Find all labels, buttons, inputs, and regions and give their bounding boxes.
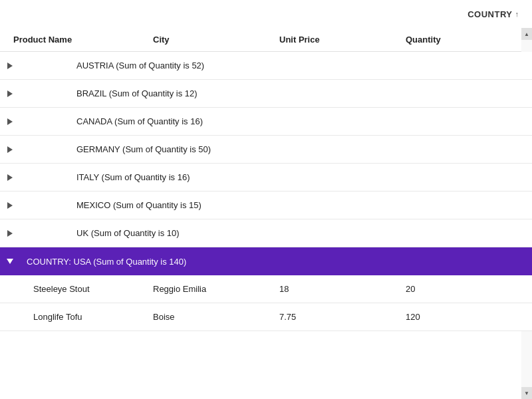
group-label-brazil: BRAZIL (Sum of Quantity is 12) (20, 88, 198, 98)
country-header: COUNTRY ↑ (0, 0, 532, 28)
group-label-germany: GERMANY (Sum of Quantity is 50) (20, 144, 211, 154)
detail-quantity-longlife: 120 (406, 312, 532, 322)
scroll-up-button[interactable]: ▲ (521, 28, 532, 40)
main-container: ▲ ▼ COUNTRY ↑ Product Name City Unit Pri… (0, 0, 532, 399)
group-label-usa: COUNTRY: USA (Sum of Quantity is 140) (20, 257, 186, 267)
expand-icon-usa (0, 259, 20, 264)
expand-icon-italy (0, 174, 20, 181)
group-label-uk: UK (Sum of Quantity is 10) (20, 228, 180, 238)
group-row-usa[interactable]: COUNTRY: USA (Sum of Quantity is 140) (0, 247, 532, 275)
detail-quantity-steeleye: 20 (406, 284, 532, 294)
group-row-mexico[interactable]: MEXICO (Sum of Quantity is 15) (0, 192, 532, 219)
group-label-austria: AUSTRIA (Sum of Quantity is 52) (20, 61, 204, 70)
detail-row-steeleye: Steeleye Stout Reggio Emilia 18 20 (0, 275, 532, 303)
column-headers: Product Name City Unit Price Quantity (0, 28, 521, 52)
col-header-unit-price: Unit Price (279, 35, 406, 45)
group-row-germany[interactable]: GERMANY (Sum of Quantity is 50) (0, 136, 532, 164)
group-label-italy: ITALY (Sum of Quantity is 16) (20, 172, 190, 182)
detail-product-longlife: Longlife Tofu (0, 312, 153, 322)
group-label-canada: CANADA (Sum of Quantity is 16) (20, 116, 203, 126)
detail-city-longlife: Boise (153, 312, 279, 322)
col-header-product: Product Name (0, 35, 153, 45)
country-sort-label[interactable]: COUNTRY (467, 9, 512, 19)
detail-city-steeleye: Reggio Emilia (153, 284, 279, 294)
group-row-austria[interactable]: AUSTRIA (Sum of Quantity is 52) (0, 52, 532, 80)
expand-icon-canada (0, 118, 20, 125)
group-row-italy[interactable]: ITALY (Sum of Quantity is 16) (0, 164, 532, 192)
expand-icon-uk (0, 230, 20, 237)
detail-product-steeleye: Steeleye Stout (0, 284, 153, 294)
group-row-canada[interactable]: CANADA (Sum of Quantity is 16) (0, 108, 532, 136)
expand-icon-austria (0, 63, 20, 69)
col-header-quantity: Quantity (406, 35, 521, 45)
detail-unit-price-steeleye: 18 (279, 284, 406, 294)
detail-unit-price-longlife: 7.75 (279, 312, 406, 322)
data-rows: AUSTRIA (Sum of Quantity is 52) BRAZIL (… (0, 52, 532, 399)
detail-row-longlife: Longlife Tofu Boise 7.75 120 (0, 303, 532, 331)
col-header-city: City (153, 35, 279, 45)
group-row-brazil[interactable]: BRAZIL (Sum of Quantity is 12) (0, 80, 532, 108)
expand-icon-brazil (0, 90, 20, 97)
group-label-mexico: MEXICO (Sum of Quantity is 15) (20, 200, 201, 210)
expand-icon-germany (0, 146, 20, 153)
group-row-uk[interactable]: UK (Sum of Quantity is 10) (0, 219, 532, 247)
expand-icon-mexico (0, 202, 20, 209)
sort-arrow-icon: ↑ (515, 10, 519, 18)
